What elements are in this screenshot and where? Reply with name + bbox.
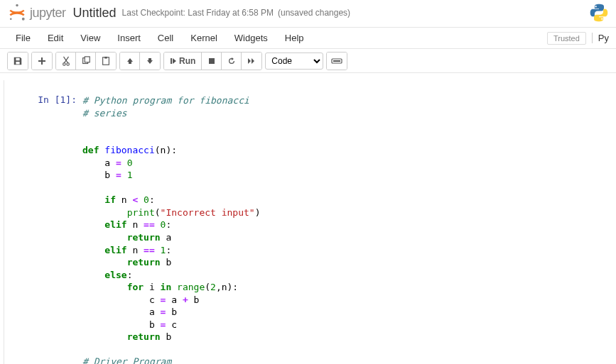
restart-run-all-button[interactable] [242, 53, 261, 70]
toolbar: Run Code [0, 49, 616, 73]
kernel-name[interactable]: Py [592, 33, 609, 43]
jupyter-icon [7, 3, 27, 23]
code-line[interactable]: b = 1 [82, 169, 616, 182]
trusted-indicator[interactable]: Trusted [547, 32, 586, 45]
svg-rect-6 [85, 56, 90, 62]
jupyter-logo[interactable]: jupyter [7, 3, 66, 23]
move-up-button[interactable] [120, 53, 140, 70]
cell-type-select[interactable]: Code [265, 53, 323, 70]
copy-button[interactable] [76, 53, 96, 70]
code-line[interactable] [82, 132, 616, 145]
svg-point-1 [22, 18, 25, 21]
svg-point-3 [595, 6, 596, 7]
code-line[interactable] [82, 182, 616, 194]
menu-view[interactable]: View [72, 28, 109, 48]
code-line[interactable]: return b [82, 331, 616, 343]
code-line[interactable]: a = 0 [82, 157, 616, 170]
python-logo-icon [589, 3, 609, 23]
notebook-name[interactable]: Untitled [73, 6, 117, 21]
move-down-button[interactable] [140, 53, 160, 70]
add-cell-button[interactable] [32, 53, 52, 70]
code-cell[interactable]: In [1]: # Python program for fibonacci# … [4, 89, 616, 364]
code-line[interactable]: return b [82, 256, 616, 269]
menu-cell[interactable]: Cell [149, 28, 182, 48]
svg-rect-9 [171, 58, 172, 64]
code-line[interactable]: for i in range(2,n): [82, 281, 616, 294]
menu-widgets[interactable]: Widgets [226, 28, 276, 48]
svg-point-0 [16, 4, 18, 7]
svg-rect-12 [333, 60, 340, 62]
command-palette-button[interactable] [327, 53, 347, 70]
code-area[interactable]: # Python program for fibonacci# series d… [82, 92, 616, 364]
svg-rect-8 [104, 56, 107, 58]
code-line[interactable]: # series [82, 107, 616, 120]
restart-button[interactable] [222, 53, 242, 70]
svg-rect-10 [209, 58, 215, 64]
code-line[interactable] [82, 343, 616, 356]
code-line[interactable] [82, 119, 616, 132]
save-button[interactable] [8, 53, 28, 70]
run-button-label: Run [179, 56, 195, 66]
code-line[interactable]: # Driver Program [82, 355, 616, 364]
code-line[interactable]: return a [82, 231, 616, 244]
svg-point-4 [601, 18, 603, 20]
code-line[interactable]: elif n == 1: [82, 244, 616, 257]
input-prompt: In [1]: [4, 92, 82, 364]
code-line[interactable]: elif n == 0: [82, 219, 616, 231]
notebook-container: In [1]: # Python program for fibonacci# … [4, 80, 616, 364]
code-line[interactable]: # Python program for fibonacci [82, 94, 616, 107]
run-button[interactable]: Run [164, 53, 202, 70]
autosave-status: (unsaved changes) [278, 8, 350, 18]
code-line[interactable]: print("Incorrect input") [82, 206, 616, 219]
code-line[interactable]: b = c [82, 319, 616, 331]
menu-kernel[interactable]: Kernel [182, 28, 226, 48]
cut-button[interactable] [56, 53, 76, 70]
jupyter-logo-text: jupyter [30, 6, 66, 21]
code-line[interactable]: else: [82, 269, 616, 282]
menu-help[interactable]: Help [276, 28, 313, 48]
code-line[interactable]: if n < 0: [82, 194, 616, 206]
svg-point-2 [10, 18, 12, 20]
notebook-area: In [1]: # Python program for fibonacci# … [0, 73, 616, 364]
menubar: FileEditViewInsertCellKernelWidgetsHelp … [0, 28, 616, 49]
menu-edit[interactable]: Edit [39, 28, 72, 48]
checkpoint-status: Last Checkpoint: Last Friday at 6:58 PM [122, 8, 274, 18]
code-line[interactable]: c = a + b [82, 294, 616, 307]
menu-insert[interactable]: Insert [109, 28, 149, 48]
interrupt-button[interactable] [202, 53, 222, 70]
code-line[interactable]: a = b [82, 306, 616, 319]
menu-file[interactable]: File [7, 28, 39, 48]
code-line[interactable]: def fibonacci(n): [82, 144, 616, 157]
paste-button[interactable] [96, 53, 116, 70]
notebook-header: jupyter Untitled Last Checkpoint: Last F… [0, 0, 616, 28]
